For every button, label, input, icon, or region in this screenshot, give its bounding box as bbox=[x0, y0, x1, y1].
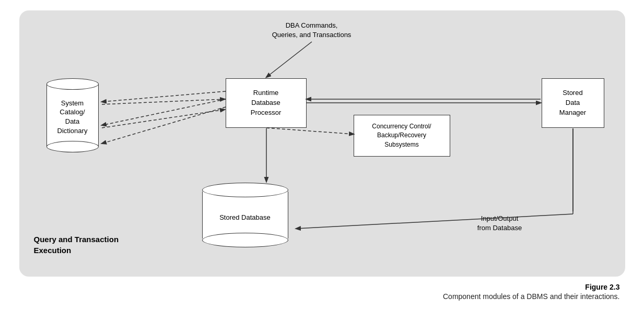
figure-label: Figure 2.3 bbox=[585, 283, 619, 291]
concurrency-control: Concurrency Control/ Backup/Recovery Sub… bbox=[354, 115, 450, 157]
main-container: DBA Commands, Queries, and Transactions … bbox=[0, 0, 644, 322]
svg-line-8 bbox=[266, 128, 354, 134]
figure-caption: Component modules of a DBMS and their in… bbox=[443, 292, 620, 301]
svg-line-0 bbox=[266, 42, 312, 77]
svg-line-5 bbox=[102, 110, 225, 128]
caption-area: Figure 2.3 Component modules of a DBMS a… bbox=[19, 283, 625, 301]
diagram-area: DBA Commands, Queries, and Transactions … bbox=[19, 10, 625, 277]
svg-line-1 bbox=[102, 91, 226, 102]
query-transaction-label: Query and Transaction Execution bbox=[34, 234, 119, 256]
dba-label: DBA Commands, Queries, and Transactions bbox=[260, 21, 364, 40]
svg-line-3 bbox=[102, 107, 226, 144]
svg-line-4 bbox=[102, 99, 225, 104]
stored-database: Stored Database bbox=[202, 183, 288, 247]
runtime-database-processor: Runtime Database Processor bbox=[226, 78, 307, 128]
system-catalog: System Catalog/ Data Dictionary bbox=[46, 78, 99, 152]
stored-data-manager: Stored Data Manager bbox=[542, 78, 604, 128]
svg-line-2 bbox=[102, 99, 226, 125]
input-output-label: Input/Output from Database bbox=[463, 214, 536, 233]
